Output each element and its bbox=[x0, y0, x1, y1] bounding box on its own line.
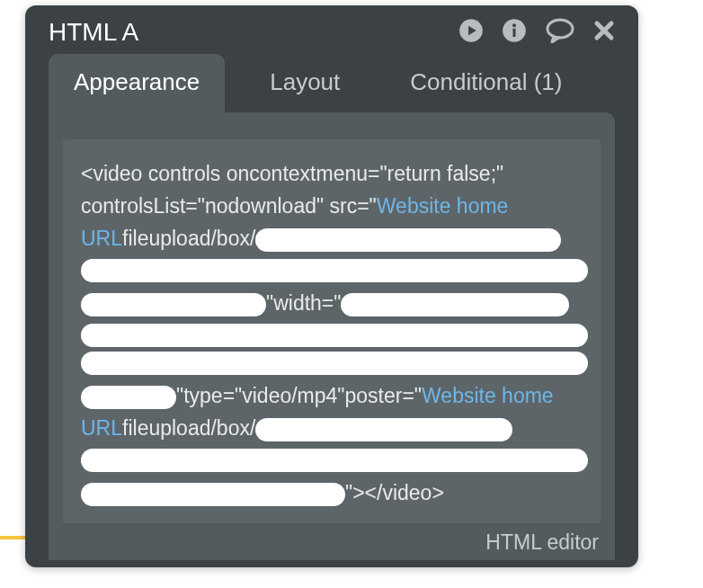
panel-title: HTML A bbox=[49, 18, 138, 47]
svg-point-5 bbox=[547, 20, 573, 38]
code-text: "></video> bbox=[345, 481, 444, 504]
tab-appearance[interactable]: Appearance bbox=[49, 54, 225, 112]
redaction bbox=[81, 483, 345, 506]
header-icon-group bbox=[458, 18, 615, 47]
tab-bar: Appearance Layout Conditional (1) bbox=[25, 54, 638, 112]
properties-panel: HTML A Appearance Layout Conditional (1)… bbox=[25, 5, 638, 567]
comment-icon[interactable] bbox=[545, 18, 575, 47]
svg-point-4 bbox=[512, 23, 516, 27]
redaction bbox=[81, 386, 176, 409]
info-icon[interactable] bbox=[502, 18, 527, 47]
code-text: "type="video/mp4"poster=" bbox=[176, 384, 422, 407]
html-editor-link[interactable]: HTML editor bbox=[485, 530, 599, 555]
close-icon[interactable] bbox=[593, 20, 615, 45]
code-text: fileupload/box/ bbox=[122, 227, 255, 250]
redaction bbox=[81, 259, 588, 282]
redaction bbox=[81, 293, 266, 316]
redaction bbox=[341, 293, 569, 316]
redaction bbox=[255, 228, 561, 252]
redaction bbox=[81, 352, 588, 375]
background-streak bbox=[0, 536, 27, 539]
code-text: fileupload/box/ bbox=[122, 416, 255, 440]
panel-header: HTML A bbox=[25, 5, 638, 54]
tab-conditional[interactable]: Conditional (1) bbox=[385, 54, 587, 112]
svg-rect-3 bbox=[512, 29, 515, 37]
tab-body: <video controls oncontextmenu="return fa… bbox=[49, 112, 615, 560]
tab-layout[interactable]: Layout bbox=[245, 54, 365, 112]
code-text: "width=" bbox=[266, 291, 341, 315]
redaction bbox=[255, 418, 512, 441]
redaction bbox=[81, 449, 588, 472]
play-icon[interactable] bbox=[458, 18, 484, 47]
editor-footer: HTML editor bbox=[49, 523, 615, 560]
html-code-input[interactable]: <video controls oncontextmenu="return fa… bbox=[63, 139, 601, 523]
redaction bbox=[81, 324, 588, 347]
